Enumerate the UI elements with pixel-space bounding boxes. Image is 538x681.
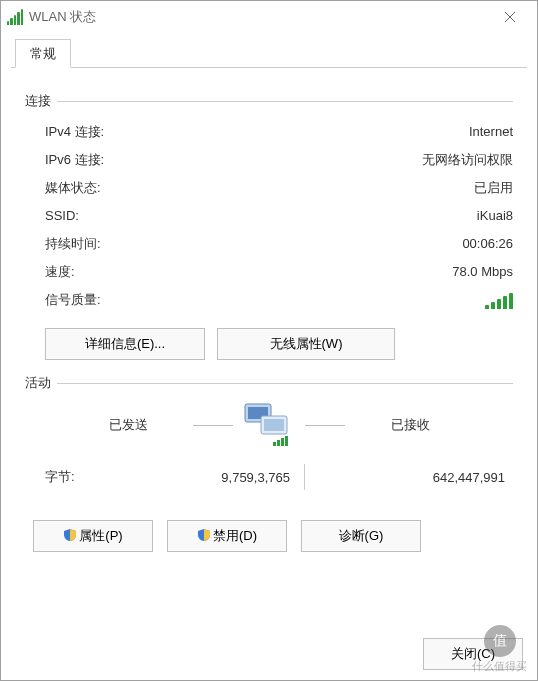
svg-rect-7 xyxy=(277,440,280,446)
speed-row: 速度: 78.0 Mbps xyxy=(25,258,513,286)
connection-section-header: 连接 xyxy=(25,92,513,110)
tab-general[interactable]: 常规 xyxy=(15,39,71,68)
disable-button[interactable]: 禁用(D) xyxy=(167,520,287,552)
media-row: 媒体状态: 已启用 xyxy=(25,174,513,202)
properties-button-label: 属性(P) xyxy=(79,528,122,543)
svg-rect-6 xyxy=(273,442,276,446)
ssid-row: SSID: iKuai8 xyxy=(25,202,513,230)
signal-label: 信号质量: xyxy=(45,291,485,309)
shield-icon xyxy=(63,528,77,545)
speed-value: 78.0 Mbps xyxy=(452,263,513,281)
ssid-value: iKuai8 xyxy=(477,207,513,225)
svg-rect-9 xyxy=(285,436,288,446)
ipv6-label: IPv6 连接: xyxy=(45,151,422,169)
media-value: 已启用 xyxy=(474,179,513,197)
network-activity-icon xyxy=(233,402,305,448)
activity-diagram: 已发送 已接收 xyxy=(25,402,513,448)
activity-header-label: 活动 xyxy=(25,374,57,392)
ipv6-row: IPv6 连接: 无网络访问权限 xyxy=(25,146,513,174)
connection-header-label: 连接 xyxy=(25,92,57,110)
sent-bytes: 9,759,3,765 xyxy=(125,470,304,485)
diagnose-button[interactable]: 诊断(G) xyxy=(301,520,421,552)
titlebar: WLAN 状态 xyxy=(1,1,537,33)
ipv4-label: IPv4 连接: xyxy=(45,123,469,141)
ipv4-row: IPv4 连接: Internet xyxy=(25,118,513,146)
duration-row: 持续时间: 00:06:26 xyxy=(25,230,513,258)
shield-icon xyxy=(197,528,211,545)
signal-quality-icon xyxy=(485,291,513,309)
speed-label: 速度: xyxy=(45,263,452,281)
activity-section-header: 活动 xyxy=(25,374,513,392)
duration-value: 00:06:26 xyxy=(462,235,513,253)
received-label: 已接收 xyxy=(345,416,475,434)
bytes-label: 字节: xyxy=(45,468,125,486)
details-button[interactable]: 详细信息(E)... xyxy=(45,328,205,360)
activity-buttons: 属性(P) 禁用(D) 诊断(G) xyxy=(33,520,513,552)
properties-button[interactable]: 属性(P) xyxy=(33,520,153,552)
sent-label: 已发送 xyxy=(63,416,193,434)
duration-label: 持续时间: xyxy=(45,235,462,253)
tab-strip: 常规 xyxy=(11,39,527,68)
disable-button-label: 禁用(D) xyxy=(213,528,257,543)
media-label: 媒体状态: xyxy=(45,179,474,197)
dialog-footer: 关闭(C) xyxy=(423,638,523,670)
bytes-row: 字节: 9,759,3,765 642,447,991 xyxy=(25,454,513,492)
connection-buttons: 详细信息(E)... 无线属性(W) xyxy=(45,328,513,360)
window-close-button[interactable] xyxy=(489,3,531,31)
wireless-properties-button[interactable]: 无线属性(W) xyxy=(217,328,395,360)
content-area: 连接 IPv4 连接: Internet IPv6 连接: 无网络访问权限 媒体… xyxy=(1,68,537,552)
ssid-label: SSID: xyxy=(45,207,477,225)
ipv4-value: Internet xyxy=(469,123,513,141)
svg-rect-5 xyxy=(264,419,284,431)
signal-row: 信号质量: xyxy=(25,286,513,314)
svg-rect-8 xyxy=(281,438,284,446)
window-title: WLAN 状态 xyxy=(29,8,489,26)
wifi-icon xyxy=(7,9,23,25)
ipv6-value: 无网络访问权限 xyxy=(422,151,513,169)
received-bytes: 642,447,991 xyxy=(305,470,513,485)
close-button[interactable]: 关闭(C) xyxy=(423,638,523,670)
